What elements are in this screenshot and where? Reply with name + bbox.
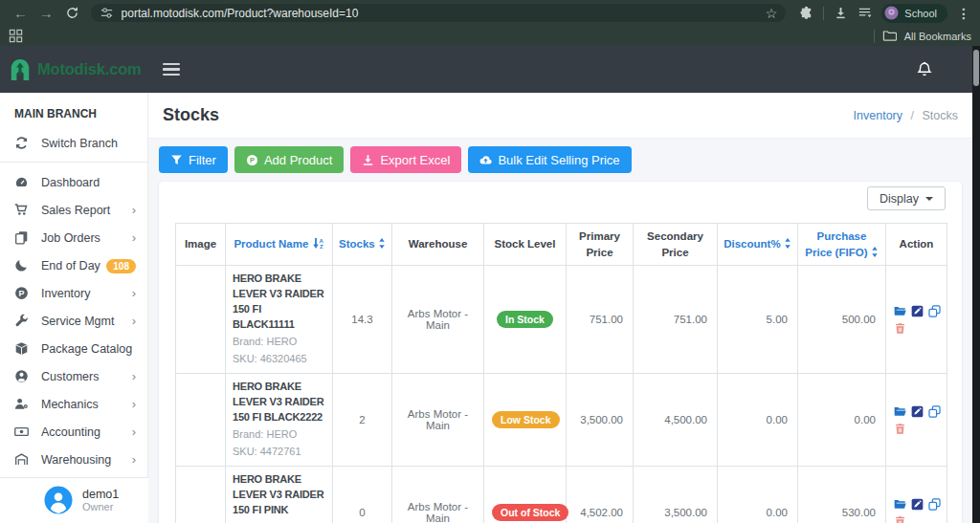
filter-button[interactable]: Filter [159, 146, 228, 173]
bookmark-star-icon[interactable]: ☆ [766, 6, 778, 21]
product-brand: Brand: HERO [233, 519, 325, 523]
view-folder-icon[interactable] [894, 405, 906, 418]
edit-icon[interactable] [911, 405, 924, 418]
edit-icon[interactable] [911, 498, 924, 511]
forward-button[interactable]: → [35, 0, 57, 26]
delete-icon[interactable] [894, 322, 906, 335]
sidebar-item-service-mgmt[interactable]: Service Mgmt › [0, 307, 148, 335]
discount-value: 0.00 [718, 374, 798, 467]
stock-level-badge: Out of Stock [492, 504, 568, 521]
sidebar-item-package-catalog[interactable]: Package Catalog [0, 335, 148, 362]
breadcrumb-current: Stocks [922, 109, 958, 122]
sidebar-user[interactable]: demo1 Owner [0, 477, 148, 523]
column-header-action: Action [886, 224, 947, 266]
warehouse-value: Arbs Motor - Main [392, 467, 484, 523]
product-image-cell [176, 467, 226, 523]
breadcrumb: Inventory / Stocks [854, 109, 958, 122]
back-button[interactable]: ← [10, 0, 32, 26]
product-name: HERO BRAKE LEVER V3 RAIDER 150 FI BLACK2… [233, 380, 325, 425]
stocks-value: 0 [333, 467, 392, 523]
brand[interactable]: Motodisk.com [0, 58, 148, 81]
sidebar-item-mechanics[interactable]: Mechanics › [0, 390, 148, 418]
primary-price-value: 751.00 [567, 266, 634, 374]
all-bookmarks-button[interactable]: All Bookmarks [874, 29, 971, 43]
sidebar-item-dashboard[interactable]: Dashboard [0, 168, 148, 196]
edit-icon[interactable] [911, 305, 924, 317]
breadcrumb-separator: / [911, 109, 914, 122]
sidebar-nav: Dashboard Sales Report › Job Orders › En… [0, 168, 148, 501]
warehouse-icon [14, 452, 31, 467]
clone-icon[interactable] [928, 498, 941, 511]
tab-grid-icon[interactable] [9, 29, 23, 43]
stocks-table-head-row: Image Product Name AZ Stocks Warehouse S… [176, 224, 947, 266]
branch-label: MAIN BRANCH [0, 93, 148, 129]
page-title: Stocks [163, 105, 219, 125]
chevron-right-icon: › [132, 230, 136, 245]
display-dropdown-button[interactable]: Display [867, 186, 946, 210]
sidebar-item-warehousing[interactable]: Warehousing › [0, 446, 148, 473]
cart-icon [14, 203, 31, 217]
sidebar-item-job-orders[interactable]: Job Orders › [0, 224, 148, 251]
money-icon [14, 425, 31, 439]
product-sku: SKU: 46320465 [233, 351, 325, 367]
breadcrumb-inventory-link[interactable]: Inventory [854, 109, 902, 122]
scrollbar-thumb[interactable] [973, 50, 979, 86]
export-excel-button[interactable]: Export Excel [350, 146, 461, 173]
table-row: HERO BRAKE LEVER V3 RAIDER 150 FI BLACK2… [176, 374, 947, 467]
extensions-icon[interactable] [799, 6, 813, 20]
clone-icon[interactable] [928, 405, 941, 418]
delete-icon[interactable] [894, 423, 906, 435]
add-product-button[interactable]: P Add Product [234, 146, 345, 173]
sort-icon [784, 238, 791, 250]
reload-button[interactable] [61, 6, 83, 20]
url-bar[interactable]: portal.motodisk.com/Product?warehouseId=… [91, 4, 787, 22]
copy-icon [14, 230, 31, 245]
column-header-purchase-price-fifo[interactable]: Purchase Price (FIFO) [798, 224, 886, 266]
chevron-right-icon: › [132, 314, 136, 328]
table-row: HERO BRAKE LEVER V3 RAIDER 150 FI BLACK1… [176, 266, 947, 374]
action-buttons-row: Filter P Add Product Export Excel Bulk E… [159, 146, 962, 173]
notifications-bell-icon[interactable] [916, 61, 933, 78]
folder-icon [882, 29, 897, 43]
column-header-primary-price: Primary Price [567, 224, 634, 266]
chevron-right-icon: › [132, 452, 136, 467]
sidebar-item-accounting[interactable]: Accounting › [0, 418, 148, 446]
page-scrollbar[interactable] [972, 46, 980, 523]
view-folder-icon[interactable] [894, 305, 906, 317]
column-header-warehouse: Warehouse [392, 224, 484, 266]
column-header-product-name[interactable]: Product Name AZ [226, 224, 333, 266]
sort-icon [871, 247, 879, 258]
sidebar-item-inventory[interactable]: P Inventory › [0, 279, 148, 307]
sidebar-item-customers[interactable]: Customers › [0, 362, 148, 390]
brand-name: Motodisk.com [37, 60, 142, 78]
column-header-secondary-price: Secondary Price [634, 224, 718, 266]
column-header-stock-level: Stock Level [484, 224, 567, 266]
stocks-table-body: HERO BRAKE LEVER V3 RAIDER 150 FI BLACK1… [176, 266, 947, 523]
delete-icon[interactable] [894, 515, 906, 523]
svg-text:P: P [250, 156, 255, 164]
clone-icon[interactable] [928, 305, 941, 317]
bulk-edit-selling-price-button[interactable]: Bulk Edit Selling Price [468, 146, 631, 173]
profile-chip[interactable]: School [881, 4, 947, 23]
discount-value: 5.00 [718, 266, 798, 374]
downloads-icon[interactable] [834, 6, 848, 20]
funnel-icon [170, 154, 183, 166]
sidebar-item-sales-report[interactable]: Sales Report › [0, 196, 148, 224]
product-name: HERO BRAKE LEVER V3 RAIDER 150 FI PINK [233, 472, 325, 518]
svg-text:Z: Z [319, 244, 323, 249]
all-bookmarks-label: All Bookmarks [904, 31, 971, 42]
sidebar-item-switch-branch[interactable]: Switch Branch [0, 129, 148, 157]
browser-menu-icon[interactable]: ⋮ [957, 6, 970, 21]
reading-list-icon[interactable] [858, 6, 872, 20]
product-brand: Brand: HERO [233, 334, 325, 350]
tachometer-icon [14, 175, 31, 189]
site-settings-icon[interactable] [100, 6, 114, 20]
column-header-discount[interactable]: Discount% [718, 224, 798, 266]
sidebar-item-end-of-day[interactable]: End of Day 108 [0, 251, 148, 279]
hamburger-menu-icon[interactable] [163, 63, 180, 76]
column-header-stocks[interactable]: Stocks [333, 224, 392, 266]
main-content: Stocks Inventory / Stocks Filter P Add P… [148, 93, 972, 523]
wrench-icon [14, 314, 31, 328]
view-folder-icon[interactable] [894, 498, 906, 511]
purchase-price-value: 500.00 [798, 266, 886, 374]
